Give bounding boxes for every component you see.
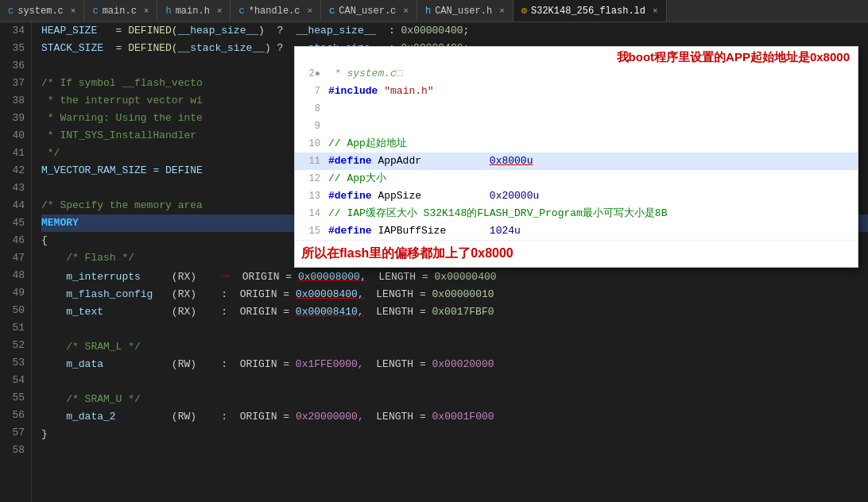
popup-overlay: 我boot程序里设置的APP起始地址是0x8000 2● * system.c … <box>294 46 858 268</box>
arrow-icon: → <box>221 267 230 284</box>
close-tab-main-c[interactable]: × <box>144 6 149 16</box>
popup-line-8: 8 <box>295 100 858 118</box>
tab-icon-handle-c: c <box>238 6 244 17</box>
popup-line-9: 9 <box>295 118 858 135</box>
tab-can-user-c[interactable]: c CAN_user.c × <box>321 0 417 21</box>
code-line-57: } <box>41 426 868 443</box>
line-numbers: 34 35 36 37 38 39 40 41 42 43 44 45 46 4… <box>0 22 32 502</box>
tab-icon-main-c: c <box>92 6 98 17</box>
close-tab-system-c[interactable]: × <box>71 6 76 16</box>
annotation-bottom-container: 所以在flash里的偏移都加上了0x8000 <box>295 240 858 267</box>
popup-line-10: 10 // App起始地址 <box>295 135 858 153</box>
popup-line-14: 14 // IAP缓存区大小 S32K148的FLASH_DRV_Program… <box>295 205 858 222</box>
tab-icon-flash-ld: ⚙ <box>521 5 527 17</box>
tab-flash-ld[interactable]: ⚙ S32K148_256_flash.ld × <box>513 0 667 21</box>
annotation-top: 我boot程序里设置的APP起始地址是0x8000 <box>295 47 858 65</box>
close-tab-can-user-h[interactable]: × <box>499 6 505 16</box>
tab-system-c[interactable]: c system.c × <box>0 0 84 21</box>
close-tab-can-user-c[interactable]: × <box>403 6 409 16</box>
tab-icon-can-user-h: h <box>425 6 431 17</box>
code-line-50: m_text (RX) : ORIGIN = 0x00008410, LENGT… <box>41 303 868 321</box>
code-line-55: /* SRAM_U */ <box>41 391 868 408</box>
code-line-53: m_data (RW) : ORIGIN = 0x1FFE0000, LENGT… <box>41 356 868 373</box>
code-line-34: HEAP_SIZE = DEFINED ( __heap_size__ ) ? … <box>41 22 868 40</box>
close-tab-handle-c[interactable]: × <box>308 6 313 16</box>
tab-icon-can-user-c: c <box>329 6 335 17</box>
close-tab-flash-ld[interactable]: × <box>653 6 658 16</box>
tab-main-h[interactable]: h main.h × <box>157 0 231 21</box>
code-line-51 <box>41 321 868 338</box>
code-line-48: m_interrupts (RX) → ORIGIN = 0x00008000,… <box>41 267 868 286</box>
tab-main-c[interactable]: c main.c × <box>84 0 157 21</box>
tab-can-user-h[interactable]: h CAN_user.h × <box>417 0 513 21</box>
annotation-bottom: 所以在flash里的偏移都加上了0x8000 <box>301 246 513 260</box>
editor-container: 34 35 36 37 38 39 40 41 42 43 44 45 46 4… <box>0 22 868 502</box>
popup-line-15: 15 #define IAPBuffSize 1024u <box>295 222 858 240</box>
code-line-54 <box>41 373 868 391</box>
code-line-56: m_data_2 (RW) : ORIGIN = 0x20000000, LEN… <box>41 408 868 426</box>
tab-icon-main-h: h <box>165 6 171 17</box>
code-line-49: m_flash_config (RX) : ORIGIN = 0x0000840… <box>41 286 868 303</box>
code-line-58 <box>41 443 868 461</box>
code-line-52: /* SRAM_L */ <box>41 338 868 356</box>
popup-line-11: 11 #define AppAddr 0x8000u <box>295 153 858 170</box>
popup-line-13: 13 #define AppSize 0x20000u <box>295 187 858 205</box>
tab-handle-c[interactable]: c *handle.c × <box>231 0 321 21</box>
tab-bar: c system.c × c main.c × h main.h × c *ha… <box>0 0 868 22</box>
popup-line-12: 12 // App大小 <box>295 170 858 187</box>
popup-line-7: 7 #include "main.h" <box>295 83 858 100</box>
tab-icon-system-c: c <box>8 6 14 17</box>
popup-line-2: 2● * system.c □ <box>295 65 858 83</box>
close-tab-main-h[interactable]: × <box>217 6 223 16</box>
